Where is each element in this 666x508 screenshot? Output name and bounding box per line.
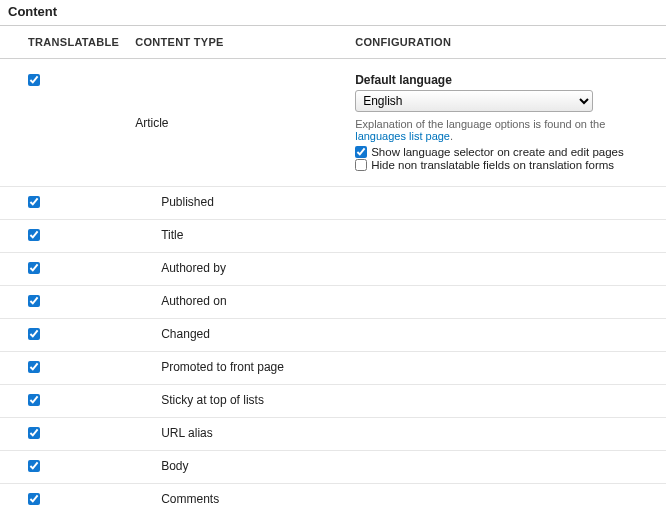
field-label: URL alias: [135, 426, 213, 440]
hide-nontranslatable-checkbox[interactable]: [355, 159, 367, 171]
translatable-checkbox[interactable]: [28, 361, 40, 373]
show-language-selector-label: Show language selector on create and edi…: [371, 146, 624, 158]
field-label: Sticky at top of lists: [135, 393, 264, 407]
field-label: Published: [135, 195, 214, 209]
table-row: URL alias: [0, 418, 666, 451]
table-row: Authored on: [0, 286, 666, 319]
table-row: Authored by: [0, 253, 666, 286]
field-label: Authored by: [135, 261, 226, 275]
field-label: Authored on: [135, 294, 226, 308]
table-row: Published: [0, 187, 666, 220]
translatable-checkbox[interactable]: [28, 262, 40, 274]
language-explanation: Explanation of the language options is f…: [355, 118, 658, 142]
field-label: Comments: [135, 492, 219, 506]
section-title: Content: [0, 0, 666, 26]
field-label: Body: [135, 459, 188, 473]
content-translation-table: TRANSLATABLE CONTENT TYPE CONFIGURATION …: [0, 26, 666, 508]
table-row: Title: [0, 220, 666, 253]
table-row: Changed: [0, 319, 666, 352]
col-header-content-type: CONTENT TYPE: [127, 26, 347, 59]
col-header-configuration: CONFIGURATION: [347, 26, 666, 59]
col-header-translatable: TRANSLATABLE: [0, 26, 127, 59]
field-label: Promoted to front page: [135, 360, 284, 374]
translatable-checkbox[interactable]: [28, 328, 40, 340]
translatable-checkbox-article[interactable]: [28, 74, 40, 86]
article-config-block: Default language English Explanation of …: [355, 73, 658, 171]
default-language-select[interactable]: English: [355, 90, 593, 112]
translatable-checkbox[interactable]: [28, 394, 40, 406]
translatable-checkbox[interactable]: [28, 295, 40, 307]
content-type-label-article: Article: [135, 116, 168, 130]
translatable-checkbox[interactable]: [28, 196, 40, 208]
hide-nontranslatable-label: Hide non translatable fields on translat…: [371, 159, 614, 171]
table-row: Body: [0, 451, 666, 484]
translatable-checkbox[interactable]: [28, 493, 40, 505]
languages-list-link[interactable]: languages list page: [355, 130, 450, 142]
default-language-label: Default language: [355, 73, 658, 87]
table-row: Promoted to front page: [0, 352, 666, 385]
translatable-checkbox[interactable]: [28, 460, 40, 472]
table-row: Sticky at top of lists: [0, 385, 666, 418]
row-article: Article Default language English Explana…: [0, 59, 666, 187]
translatable-checkbox[interactable]: [28, 229, 40, 241]
show-language-selector-checkbox[interactable]: [355, 146, 367, 158]
table-row: Comments: [0, 484, 666, 509]
field-label: Title: [135, 228, 183, 242]
field-label: Changed: [135, 327, 210, 341]
translatable-checkbox[interactable]: [28, 427, 40, 439]
